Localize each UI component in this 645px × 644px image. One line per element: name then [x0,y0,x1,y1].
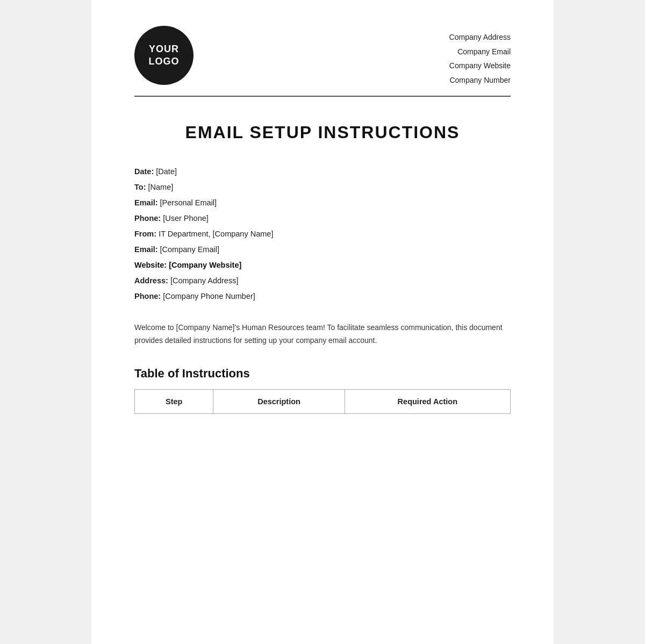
meta-to: To: [Name] [134,180,511,195]
logo-line1: YOUR [149,43,179,55]
logo-line2: LOGO [149,55,180,68]
intro-paragraph: Welcome to [Company Name]'s Human Resour… [134,321,511,347]
company-logo: YOUR LOGO [134,26,194,85]
from-value: IT Department, [Company Name] [159,230,273,238]
to-label: To: [134,183,146,191]
company-website-label: Company Website [449,59,511,73]
document-title: EMAIL SETUP INSTRUCTIONS [134,123,511,142]
meta-address: Address: [Company Address] [134,273,511,289]
phone-label: Phone: [134,214,161,223]
document-page: YOUR LOGO Company Address Company Email … [91,0,554,644]
from-email-label: Email: [134,245,158,254]
company-info-block: Company Address Company Email Company We… [449,30,511,87]
col-step: Step [135,389,213,413]
meta-block: Date: [Date] To: [Name] Email: [Personal… [134,164,511,304]
meta-comp-phone: Phone: [Company Phone Number] [134,289,511,304]
website-value: [Company Website] [169,261,241,269]
date-label: Date: [134,167,154,176]
table-section-title: Table of Instructions [134,367,511,381]
meta-website: Website: [Company Website] [134,257,511,273]
page-header: YOUR LOGO Company Address Company Email … [134,26,511,87]
comp-phone-label: Phone: [134,292,161,300]
company-email-label: Company Email [449,45,511,59]
header-divider [134,96,511,97]
website-label: Website: [134,261,167,269]
meta-date: Date: [Date] [134,164,511,180]
from-email-value: [Company Email] [160,245,219,254]
col-description: Description [213,389,345,413]
table-header-row: Step Description Required Action [135,389,511,413]
col-required-action: Required Action [345,389,510,413]
date-value: [Date] [156,167,177,176]
meta-email: Email: [Personal Email] [134,195,511,211]
meta-from-email: Email: [Company Email] [134,242,511,257]
comp-phone-value: [Company Phone Number] [163,292,255,300]
company-number-label: Company Number [449,73,511,88]
meta-from: From: IT Department, [Company Name] [134,226,511,242]
company-address-label: Company Address [449,30,511,45]
from-label: From: [134,230,156,238]
email-label: Email: [134,198,158,207]
address-value: [Company Address] [170,276,239,285]
to-value: [Name] [148,183,174,191]
meta-phone: Phone: [User Phone] [134,211,511,226]
phone-value: [User Phone] [163,214,209,223]
email-value: [Personal Email] [160,198,217,207]
address-label: Address: [134,276,168,285]
instructions-table: Step Description Required Action [134,389,511,414]
